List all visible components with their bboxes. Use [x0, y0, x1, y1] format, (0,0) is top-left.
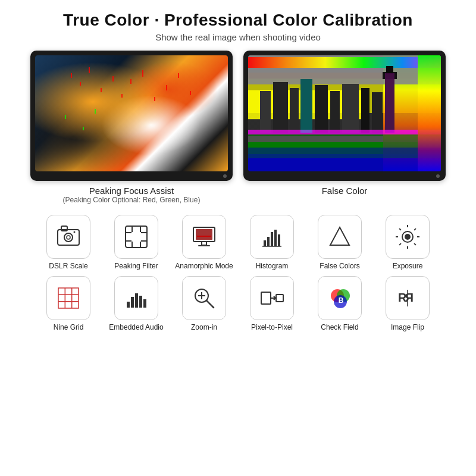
icon-item-zoom-in: Zoom-in [174, 276, 234, 333]
svg-rect-51 [196, 229, 212, 240]
svg-rect-18 [260, 91, 271, 133]
icon-box-zoom-in [182, 276, 226, 320]
monitor-screen-false-color [248, 55, 441, 171]
svg-rect-32 [248, 148, 441, 171]
icon-box-dslr-scale [46, 215, 90, 259]
icon-label-peaking-filter: Peaking Filter [114, 262, 158, 271]
icon-label-exposure: Exposure [393, 262, 423, 271]
monitor-dot-1 [223, 174, 227, 178]
icons-row-2: Nine Grid Embedded Audio [12, 276, 464, 333]
monitors-row: Peaking Focus Assist (Peaking Color Opti… [30, 51, 446, 204]
peaking-filter-icon [123, 224, 149, 250]
icon-item-dslr-scale: DSLR Scale [39, 215, 98, 271]
svg-rect-41 [126, 226, 147, 248]
svg-rect-72 [58, 288, 79, 308]
svg-rect-57 [267, 237, 270, 246]
zoom-in-icon [191, 285, 217, 311]
monitor-frame-false-color [243, 51, 446, 181]
svg-point-39 [67, 236, 70, 239]
exposure-icon [394, 224, 421, 250]
icon-box-exposure [386, 215, 430, 259]
icon-label-false-colors: False Colors [320, 262, 359, 271]
icon-label-embedded-audio: Embedded Audio [109, 323, 163, 333]
svg-rect-77 [127, 302, 130, 308]
false-color-image [248, 55, 441, 171]
anamorphic-mode-icon [191, 224, 217, 250]
svg-rect-60 [278, 234, 280, 246]
page-title: True Color · Professional Color Calibrat… [63, 11, 413, 30]
svg-point-63 [405, 234, 411, 240]
icon-item-false-colors: False Colors [310, 215, 369, 271]
svg-rect-19 [273, 82, 288, 133]
icon-label-dslr-scale: DSLR Scale [49, 262, 87, 271]
page-subtitle: Show the real image when shooting video [155, 32, 321, 42]
svg-rect-56 [264, 240, 266, 246]
svg-rect-25 [361, 88, 369, 133]
svg-text:R: R [405, 291, 414, 304]
svg-rect-36 [58, 230, 79, 245]
svg-marker-61 [330, 227, 349, 245]
check-field-icon: B [327, 285, 353, 311]
svg-rect-20 [290, 88, 299, 133]
histogram-icon [259, 224, 285, 250]
icon-label-nine-grid: Nine Grid [54, 323, 84, 333]
page: True Color · Professional Color Calibrat… [0, 0, 476, 476]
svg-rect-52 [202, 242, 206, 245]
image-flip-icon: R R [394, 285, 421, 311]
svg-rect-42 [131, 226, 133, 232]
monitor-label-peaking: Peaking Focus Assist [89, 186, 174, 196]
icon-item-image-flip: R R Image Flip [378, 276, 437, 333]
monitor-screen-peaking [35, 55, 228, 171]
icon-box-embedded-audio [114, 276, 158, 320]
icon-box-pixel-to-pixel [250, 276, 294, 320]
svg-rect-34 [385, 73, 394, 133]
icon-label-check-field: Check Field [321, 323, 358, 333]
icon-item-anamorphic-mode: Anamorphic Mode [174, 215, 234, 271]
svg-rect-46 [141, 232, 147, 233]
svg-text:B: B [339, 296, 344, 305]
monitor-peaking: Peaking Focus Assist (Peaking Color Opti… [30, 51, 233, 204]
icon-box-nine-grid [46, 276, 90, 320]
svg-rect-54 [197, 236, 211, 237]
svg-rect-23 [330, 91, 340, 133]
svg-rect-59 [274, 230, 277, 246]
nine-grid-icon [55, 285, 82, 311]
svg-line-70 [414, 228, 416, 230]
svg-rect-30 [248, 130, 441, 134]
icon-item-exposure: Exposure [378, 215, 437, 271]
svg-rect-43 [140, 226, 141, 232]
icon-item-check-field: B Check Field [310, 276, 369, 333]
svg-rect-22 [315, 85, 328, 133]
icon-label-anamorphic-mode: Anamorphic Mode [175, 262, 233, 271]
svg-rect-47 [141, 240, 147, 242]
svg-rect-35 [418, 55, 441, 171]
pixel-to-pixel-icon [259, 285, 285, 311]
icon-item-embedded-audio: Embedded Audio [107, 276, 166, 333]
icon-item-pixel-to-pixel: Pixel-to-Pixel [242, 276, 302, 333]
penguin-image [35, 55, 228, 171]
embedded-audio-icon [123, 285, 149, 311]
icon-label-zoom-in: Zoom-in [191, 323, 217, 333]
svg-rect-79 [135, 293, 138, 308]
icon-box-false-colors [318, 215, 362, 259]
svg-rect-24 [342, 84, 359, 133]
monitor-dot-2 [436, 174, 440, 178]
svg-rect-29 [386, 66, 393, 74]
false-colors-icon [327, 224, 353, 250]
svg-line-83 [206, 300, 214, 308]
svg-rect-33 [300, 79, 312, 133]
svg-rect-45 [126, 240, 131, 242]
svg-rect-58 [271, 232, 273, 246]
icons-row-1: DSLR Scale Pe [12, 215, 464, 271]
svg-rect-78 [131, 297, 134, 308]
svg-rect-80 [139, 296, 142, 308]
svg-line-68 [399, 228, 401, 230]
svg-rect-44 [126, 232, 131, 233]
monitor-frame-peaking [30, 51, 233, 181]
icon-item-histogram: Histogram [242, 215, 302, 271]
monitor-label-false-color: False Color [322, 186, 368, 196]
svg-rect-81 [143, 299, 146, 308]
icon-item-peaking-filter: Peaking Filter [107, 215, 166, 271]
svg-line-71 [399, 243, 401, 245]
icon-box-histogram [250, 215, 294, 259]
